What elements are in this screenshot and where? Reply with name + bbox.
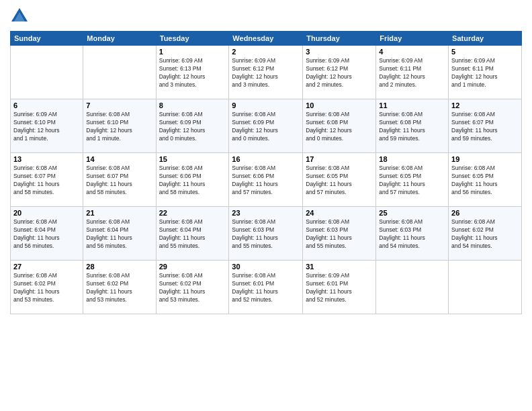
day-info: Sunrise: 6:08 AM Sunset: 6:07 PM Dayligh… xyxy=(13,165,80,197)
day-number: 15 xyxy=(159,155,226,163)
day-number: 2 xyxy=(232,48,300,56)
day-number: 29 xyxy=(159,263,226,271)
day-number: 12 xyxy=(451,101,519,109)
day-info: Sunrise: 6:08 AM Sunset: 6:07 PM Dayligh… xyxy=(451,111,519,143)
calendar-cell: 2Sunrise: 6:09 AM Sunset: 6:12 PM Daylig… xyxy=(229,46,303,99)
day-info: Sunrise: 6:08 AM Sunset: 6:01 PM Dayligh… xyxy=(232,272,300,304)
day-number: 3 xyxy=(306,48,373,56)
day-number: 27 xyxy=(13,263,80,271)
week-row-4: 20Sunrise: 6:08 AM Sunset: 6:04 PM Dayli… xyxy=(11,207,522,261)
day-info: Sunrise: 6:09 AM Sunset: 6:01 PM Dayligh… xyxy=(306,272,373,304)
day-info: Sunrise: 6:08 AM Sunset: 6:05 PM Dayligh… xyxy=(306,165,373,197)
calendar-cell: 3Sunrise: 6:09 AM Sunset: 6:12 PM Daylig… xyxy=(303,46,376,99)
day-info: Sunrise: 6:08 AM Sunset: 6:09 PM Dayligh… xyxy=(159,111,226,143)
calendar-cell: 19Sunrise: 6:08 AM Sunset: 6:05 PM Dayli… xyxy=(449,153,522,207)
calendar-cell: 6Sunrise: 6:09 AM Sunset: 6:10 PM Daylig… xyxy=(11,99,83,153)
day-info: Sunrise: 6:09 AM Sunset: 6:12 PM Dayligh… xyxy=(306,57,373,89)
calendar-cell: 17Sunrise: 6:08 AM Sunset: 6:05 PM Dayli… xyxy=(303,153,376,207)
weekday-header-saturday: Saturday xyxy=(449,32,522,46)
day-info: Sunrise: 6:08 AM Sunset: 6:06 PM Dayligh… xyxy=(232,165,300,197)
day-number: 28 xyxy=(86,263,152,271)
day-info: Sunrise: 6:08 AM Sunset: 6:02 PM Dayligh… xyxy=(451,218,519,250)
day-number: 16 xyxy=(232,155,300,163)
weekday-header-monday: Monday xyxy=(83,32,156,46)
day-info: Sunrise: 6:08 AM Sunset: 6:04 PM Dayligh… xyxy=(159,218,226,250)
calendar-cell: 10Sunrise: 6:08 AM Sunset: 6:08 PM Dayli… xyxy=(303,99,376,153)
calendar-cell: 16Sunrise: 6:08 AM Sunset: 6:06 PM Dayli… xyxy=(229,153,303,207)
day-number: 22 xyxy=(159,209,226,217)
week-row-1: 1Sunrise: 6:09 AM Sunset: 6:13 PM Daylig… xyxy=(11,46,522,99)
day-info: Sunrise: 6:09 AM Sunset: 6:11 PM Dayligh… xyxy=(451,57,519,89)
day-number: 18 xyxy=(379,155,445,163)
calendar-cell: 22Sunrise: 6:08 AM Sunset: 6:04 PM Dayli… xyxy=(156,207,229,261)
calendar-cell: 20Sunrise: 6:08 AM Sunset: 6:04 PM Dayli… xyxy=(11,207,83,261)
calendar-table: SundayMondayTuesdayWednesdayThursdayFrid… xyxy=(10,31,522,314)
calendar-cell: 11Sunrise: 6:08 AM Sunset: 6:08 PM Dayli… xyxy=(376,99,449,153)
day-info: Sunrise: 6:09 AM Sunset: 6:12 PM Dayligh… xyxy=(232,57,300,89)
calendar-cell: 7Sunrise: 6:08 AM Sunset: 6:10 PM Daylig… xyxy=(83,99,156,153)
weekday-header-row: SundayMondayTuesdayWednesdayThursdayFrid… xyxy=(11,32,522,46)
day-number: 7 xyxy=(86,101,152,109)
day-number: 26 xyxy=(451,209,519,217)
day-info: Sunrise: 6:08 AM Sunset: 6:02 PM Dayligh… xyxy=(159,272,226,304)
day-number: 31 xyxy=(306,263,373,271)
day-number: 20 xyxy=(13,209,80,217)
calendar-cell: 15Sunrise: 6:08 AM Sunset: 6:06 PM Dayli… xyxy=(156,153,229,207)
weekday-header-sunday: Sunday xyxy=(11,32,83,46)
day-info: Sunrise: 6:09 AM Sunset: 6:11 PM Dayligh… xyxy=(379,57,445,89)
day-info: Sunrise: 6:08 AM Sunset: 6:04 PM Dayligh… xyxy=(86,218,152,250)
weekday-header-friday: Friday xyxy=(376,32,449,46)
page: SundayMondayTuesdayWednesdayThursdayFrid… xyxy=(0,0,532,411)
day-info: Sunrise: 6:08 AM Sunset: 6:03 PM Dayligh… xyxy=(379,218,445,250)
day-number: 9 xyxy=(232,101,300,109)
day-number: 5 xyxy=(451,48,519,56)
day-info: Sunrise: 6:09 AM Sunset: 6:10 PM Dayligh… xyxy=(13,111,80,143)
weekday-header-tuesday: Tuesday xyxy=(156,32,229,46)
calendar-cell: 18Sunrise: 6:08 AM Sunset: 6:05 PM Dayli… xyxy=(376,153,449,207)
day-number: 25 xyxy=(379,209,445,217)
day-info: Sunrise: 6:08 AM Sunset: 6:03 PM Dayligh… xyxy=(232,218,300,250)
week-row-3: 13Sunrise: 6:08 AM Sunset: 6:07 PM Dayli… xyxy=(11,153,522,207)
day-number: 19 xyxy=(451,155,519,163)
week-row-5: 27Sunrise: 6:08 AM Sunset: 6:02 PM Dayli… xyxy=(11,261,522,314)
day-number: 21 xyxy=(86,209,152,217)
day-info: Sunrise: 6:08 AM Sunset: 6:08 PM Dayligh… xyxy=(379,111,445,143)
day-info: Sunrise: 6:09 AM Sunset: 6:13 PM Dayligh… xyxy=(159,57,226,89)
calendar-cell: 13Sunrise: 6:08 AM Sunset: 6:07 PM Dayli… xyxy=(11,153,83,207)
calendar-cell: 24Sunrise: 6:08 AM Sunset: 6:03 PM Dayli… xyxy=(303,207,376,261)
logo-icon xyxy=(10,7,29,26)
calendar-cell: 1Sunrise: 6:09 AM Sunset: 6:13 PM Daylig… xyxy=(156,46,229,99)
day-number: 10 xyxy=(306,101,373,109)
calendar-cell: 26Sunrise: 6:08 AM Sunset: 6:02 PM Dayli… xyxy=(449,207,522,261)
calendar-cell: 31Sunrise: 6:09 AM Sunset: 6:01 PM Dayli… xyxy=(303,261,376,314)
calendar-cell xyxy=(83,46,156,99)
day-number: 1 xyxy=(159,48,226,56)
calendar-cell: 27Sunrise: 6:08 AM Sunset: 6:02 PM Dayli… xyxy=(11,261,83,314)
day-number: 23 xyxy=(232,209,300,217)
calendar-cell: 5Sunrise: 6:09 AM Sunset: 6:11 PM Daylig… xyxy=(449,46,522,99)
calendar-cell: 14Sunrise: 6:08 AM Sunset: 6:07 PM Dayli… xyxy=(83,153,156,207)
calendar-cell xyxy=(376,261,449,314)
day-number: 4 xyxy=(379,48,445,56)
day-number: 14 xyxy=(86,155,152,163)
calendar-cell: 12Sunrise: 6:08 AM Sunset: 6:07 PM Dayli… xyxy=(449,99,522,153)
day-info: Sunrise: 6:08 AM Sunset: 6:05 PM Dayligh… xyxy=(451,165,519,197)
day-info: Sunrise: 6:08 AM Sunset: 6:03 PM Dayligh… xyxy=(306,218,373,250)
day-info: Sunrise: 6:08 AM Sunset: 6:09 PM Dayligh… xyxy=(232,111,300,143)
calendar-cell: 29Sunrise: 6:08 AM Sunset: 6:02 PM Dayli… xyxy=(156,261,229,314)
calendar-cell: 8Sunrise: 6:08 AM Sunset: 6:09 PM Daylig… xyxy=(156,99,229,153)
logo xyxy=(10,7,32,26)
calendar-cell: 30Sunrise: 6:08 AM Sunset: 6:01 PM Dayli… xyxy=(229,261,303,314)
day-info: Sunrise: 6:08 AM Sunset: 6:02 PM Dayligh… xyxy=(13,272,80,304)
day-info: Sunrise: 6:08 AM Sunset: 6:07 PM Dayligh… xyxy=(86,165,152,197)
calendar-cell: 4Sunrise: 6:09 AM Sunset: 6:11 PM Daylig… xyxy=(376,46,449,99)
day-info: Sunrise: 6:08 AM Sunset: 6:06 PM Dayligh… xyxy=(159,165,226,197)
day-number: 8 xyxy=(159,101,226,109)
weekday-header-wednesday: Wednesday xyxy=(229,32,303,46)
calendar-cell: 9Sunrise: 6:08 AM Sunset: 6:09 PM Daylig… xyxy=(229,99,303,153)
day-info: Sunrise: 6:08 AM Sunset: 6:08 PM Dayligh… xyxy=(306,111,373,143)
weekday-header-thursday: Thursday xyxy=(303,32,376,46)
day-number: 30 xyxy=(232,263,300,271)
day-info: Sunrise: 6:08 AM Sunset: 6:02 PM Dayligh… xyxy=(86,272,152,304)
day-number: 17 xyxy=(306,155,373,163)
